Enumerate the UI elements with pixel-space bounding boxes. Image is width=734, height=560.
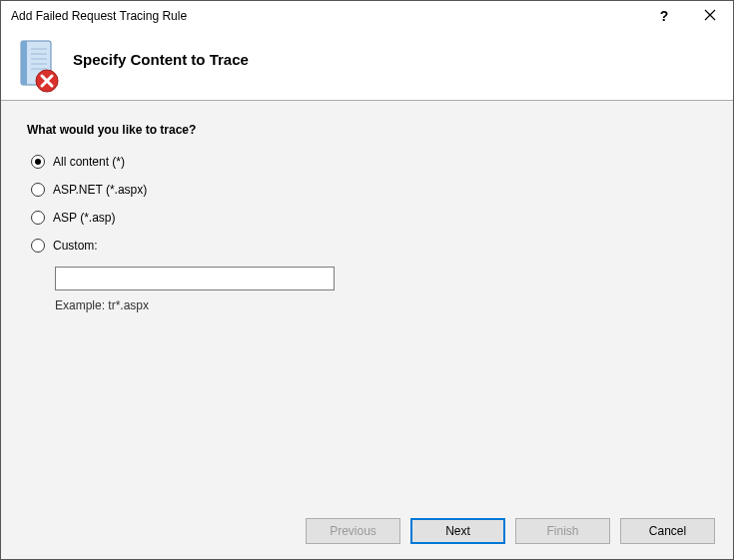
custom-pattern-input[interactable]	[55, 267, 335, 290]
header-band: Specify Content to Trace	[1, 31, 733, 101]
question-label: What would you like to trace?	[27, 123, 707, 137]
radio-custom[interactable]: Custom:	[31, 239, 707, 253]
close-icon	[704, 8, 716, 24]
previous-button: Previous	[306, 518, 400, 544]
radio-icon	[31, 211, 45, 225]
radio-label: ASP.NET (*.aspx)	[53, 183, 147, 197]
example-label: Example: tr*.aspx	[55, 298, 707, 312]
button-label: Finish	[546, 524, 578, 538]
button-label: Previous	[330, 524, 376, 538]
finish-button: Finish	[515, 518, 610, 544]
titlebar: Add Failed Request Tracing Rule ?	[1, 1, 733, 31]
radio-all-content[interactable]: All content (*)	[31, 155, 707, 169]
radio-label: Custom:	[53, 239, 98, 253]
wizard-heading: Specify Content to Trace	[73, 51, 249, 68]
window-title: Add Failed Request Tracing Rule	[1, 9, 641, 23]
wizard-icon	[17, 39, 59, 93]
svg-rect-1	[21, 41, 27, 85]
help-icon: ?	[660, 8, 669, 24]
button-bar: Previous Next Finish Cancel	[1, 503, 733, 559]
radio-label: All content (*)	[53, 155, 125, 169]
next-button[interactable]: Next	[410, 518, 505, 544]
custom-group: Example: tr*.aspx	[55, 267, 707, 312]
radio-aspnet[interactable]: ASP.NET (*.aspx)	[31, 183, 707, 197]
radio-icon	[31, 155, 45, 169]
radio-label: ASP (*.asp)	[53, 211, 115, 225]
radio-icon	[31, 239, 45, 253]
cancel-button[interactable]: Cancel	[620, 518, 715, 544]
help-button[interactable]: ?	[641, 1, 687, 31]
dialog-window: Add Failed Request Tracing Rule ?	[0, 0, 734, 560]
radio-asp[interactable]: ASP (*.asp)	[31, 211, 707, 225]
close-button[interactable]	[687, 1, 733, 31]
wizard-body: What would you like to trace? All conten…	[1, 101, 733, 503]
button-label: Next	[445, 524, 470, 538]
radio-icon	[31, 183, 45, 197]
button-label: Cancel	[649, 524, 686, 538]
